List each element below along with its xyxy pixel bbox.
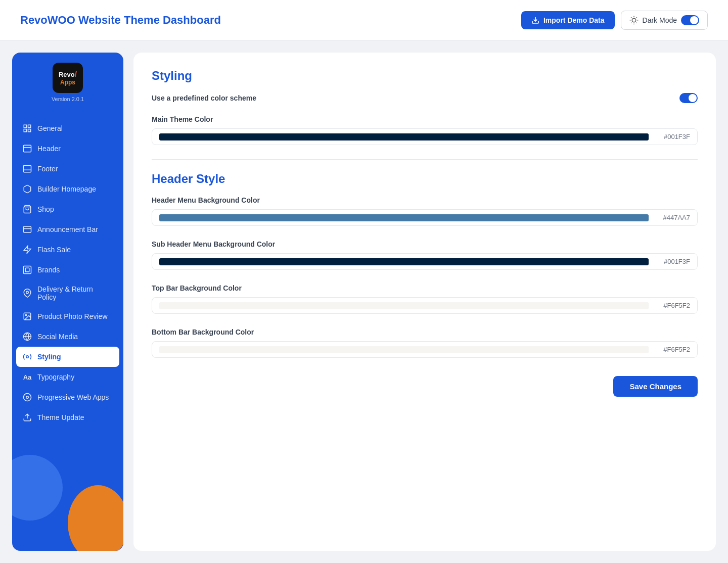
sidebar-item-typography-label: Typography — [37, 373, 74, 381]
sidebar-version: Version 2.0.1 — [52, 96, 84, 102]
sidebar-item-general-label: General — [37, 124, 63, 132]
sidebar-item-delivery[interactable]: Delivery & Return Policy — [12, 280, 123, 306]
sidebar-item-footer-label: Footer — [37, 165, 58, 173]
sidebar-item-announcement[interactable]: Announcement Bar — [12, 219, 123, 240]
sidebar-item-footer[interactable]: Footer — [12, 159, 123, 179]
flashsale-icon — [22, 245, 32, 255]
predefined-toggle[interactable] — [679, 93, 698, 103]
themeupdate-icon — [22, 412, 32, 423]
sidebar-nav: General Header Footer Builder Homepage — [12, 118, 123, 428]
dark-mode-button[interactable]: Dark Mode — [621, 11, 708, 30]
main-layout: Revo/ Apps Version 2.0.1 General Header — [0, 40, 728, 563]
sidebar-item-general[interactable]: General — [12, 118, 123, 138]
sidebar-blob-orange — [68, 485, 123, 551]
sidebar-blob-blue — [12, 455, 63, 521]
sidebar: Revo/ Apps Version 2.0.1 General Header — [12, 53, 123, 551]
header-menu-bg-label: Header Menu Background Color — [152, 196, 698, 204]
sub-header-menu-bg-hex: #001F3F — [655, 258, 690, 265]
bottom-bar-bg-picker[interactable]: #F6F5F2 — [152, 341, 698, 358]
main-theme-color-row: Main Theme Color #001F3F — [152, 115, 698, 145]
top-header: RevoWOO Website Theme Dashboard Import D… — [0, 0, 728, 40]
top-bar-bg-hex: #F6F5F2 — [655, 302, 690, 309]
typography-icon: Aa — [22, 372, 32, 382]
sidebar-item-pwa[interactable]: Progressive Web Apps — [12, 387, 123, 407]
sub-header-menu-bg-row: Sub Header Menu Background Color #001F3F — [152, 240, 698, 270]
sub-header-menu-bg-picker[interactable]: #001F3F — [152, 253, 698, 270]
header-icon — [22, 144, 32, 154]
sidebar-item-photoreview-label: Product Photo Review — [37, 312, 108, 320]
sidebar-item-pwa-label: Progressive Web Apps — [37, 393, 109, 401]
styling-section-title: Styling — [152, 69, 698, 83]
sidebar-item-shop[interactable]: Shop — [12, 199, 123, 219]
app-title: RevoWOO Website Theme Dashboard — [20, 14, 221, 27]
header-actions: Import Demo Data Dark Mode — [521, 11, 708, 30]
svg-point-21 — [26, 356, 29, 358]
bottom-bar-bg-hex: #F6F5F2 — [655, 346, 690, 353]
header-menu-bg-picker[interactable]: #447AA7 — [152, 209, 698, 226]
footer-icon — [22, 164, 32, 174]
save-changes-button[interactable]: Save Changes — [613, 376, 698, 397]
bottom-bar-bg-swatch — [159, 346, 649, 353]
bottom-bar-bg-label: Bottom Bar Background Color — [152, 328, 698, 336]
delivery-icon — [22, 288, 32, 298]
sidebar-item-themeupdate-label: Theme Update — [37, 413, 84, 421]
svg-rect-2 — [24, 125, 26, 127]
main-theme-color-picker[interactable]: #001F3F — [152, 128, 698, 145]
content-area: Styling Use a predefined color scheme Ma… — [133, 53, 716, 551]
sidebar-item-typography[interactable]: Aa Typography — [12, 367, 123, 387]
download-icon — [531, 16, 539, 24]
sidebar-item-photoreview[interactable]: Product Photo Review — [12, 306, 123, 326]
sub-header-menu-bg-swatch — [159, 258, 649, 265]
svg-rect-6 — [24, 145, 31, 152]
svg-rect-14 — [24, 266, 31, 274]
sidebar-item-header[interactable]: Header — [12, 138, 123, 159]
header-style-section-title: Header Style — [152, 172, 698, 186]
darkmode-toggle[interactable] — [681, 15, 699, 25]
general-icon — [22, 123, 32, 133]
sidebar-item-social[interactable]: Social Media — [12, 326, 123, 347]
sidebar-logo: Revo/ Apps Version 2.0.1 — [12, 63, 123, 106]
sidebar-item-flashsale[interactable]: Flash Sale — [12, 240, 123, 260]
sidebar-item-styling-label: Styling — [37, 353, 61, 361]
sidebar-item-builder-label: Builder Homepage — [37, 185, 96, 193]
svg-point-1 — [632, 18, 636, 22]
sidebar-item-delivery-label: Delivery & Return Policy — [37, 285, 113, 301]
sidebar-item-header-label: Header — [37, 145, 61, 153]
brands-icon — [22, 265, 32, 275]
svg-rect-4 — [24, 129, 26, 132]
top-bar-bg-row: Top Bar Background Color #F6F5F2 — [152, 284, 698, 314]
main-theme-color-label: Main Theme Color — [152, 115, 698, 123]
predefined-row: Use a predefined color scheme — [152, 93, 698, 103]
svg-rect-3 — [28, 125, 31, 127]
main-theme-color-hex: #001F3F — [655, 133, 690, 140]
darkmode-icon — [629, 16, 639, 25]
builder-icon — [22, 184, 32, 194]
sidebar-item-announcement-label: Announcement Bar — [37, 225, 98, 233]
import-demo-button[interactable]: Import Demo Data — [521, 11, 615, 29]
svg-marker-13 — [24, 246, 31, 254]
svg-point-22 — [24, 394, 31, 401]
bottom-bar-bg-row: Bottom Bar Background Color #F6F5F2 — [152, 328, 698, 358]
svg-point-16 — [26, 291, 29, 294]
svg-rect-11 — [24, 226, 31, 232]
svg-point-18 — [25, 314, 26, 315]
sidebar-item-flashsale-label: Flash Sale — [37, 246, 71, 254]
social-icon — [22, 332, 32, 342]
sidebar-item-themeupdate[interactable]: Theme Update — [12, 407, 123, 428]
svg-point-23 — [26, 396, 29, 399]
sidebar-item-brands-label: Brands — [37, 266, 60, 274]
pwa-icon — [22, 392, 32, 402]
svg-rect-15 — [25, 268, 29, 272]
sidebar-item-shop-label: Shop — [37, 205, 54, 213]
sidebar-item-styling[interactable]: Styling — [16, 347, 119, 367]
top-bar-bg-label: Top Bar Background Color — [152, 284, 698, 292]
header-menu-bg-swatch — [159, 214, 649, 221]
svg-rect-5 — [28, 129, 31, 132]
svg-rect-8 — [24, 165, 31, 172]
main-theme-color-swatch — [159, 133, 649, 140]
styling-icon — [22, 352, 32, 362]
sidebar-item-builder[interactable]: Builder Homepage — [12, 179, 123, 199]
top-bar-bg-picker[interactable]: #F6F5F2 — [152, 297, 698, 314]
photoreview-icon — [22, 311, 32, 321]
sidebar-item-brands[interactable]: Brands — [12, 260, 123, 280]
